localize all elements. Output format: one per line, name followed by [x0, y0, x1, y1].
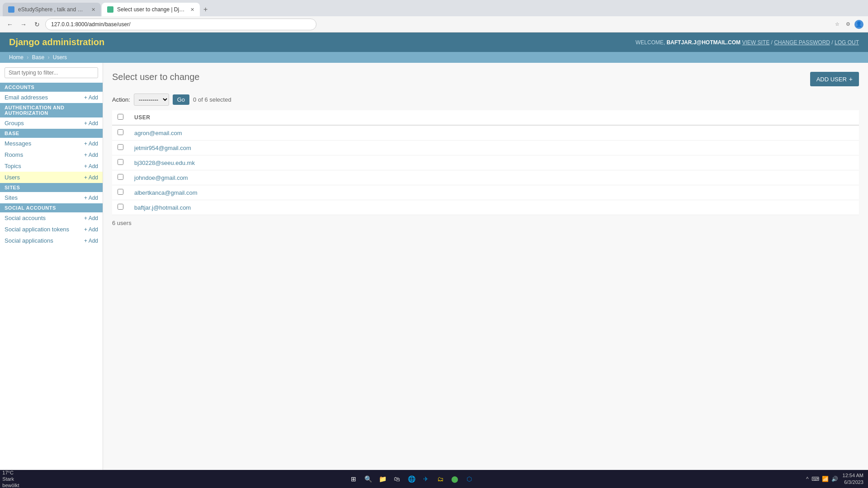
profile-icon[interactable]: 👤 [854, 20, 863, 29]
social-apps-add[interactable]: + Add [84, 238, 98, 244]
tab-estudy-close[interactable]: ✕ [91, 7, 95, 13]
file-explorer-button[interactable]: 📁 [376, 473, 389, 485]
table-row: bj30228@seeu.edu.mk [112, 155, 859, 170]
messages-link[interactable]: Messages [5, 140, 31, 147]
add-user-label: ADD USER [816, 76, 847, 83]
sidebar-item-rooms: Rooms + Add [0, 149, 103, 160]
user-checkbox-1[interactable] [118, 144, 123, 150]
email-addresses-add[interactable]: + Add [84, 94, 98, 101]
breadcrumb-home[interactable]: Home [9, 54, 24, 61]
sidebar-filter[interactable] [5, 67, 98, 78]
email-addresses-link[interactable]: Email addresses [5, 94, 48, 101]
edge-button[interactable]: 🌐 [405, 473, 418, 485]
page-header: Select user to change ADD USER + [112, 72, 859, 86]
nav-icons-right: ☆ ⚙ 👤 [833, 20, 863, 29]
reload-button[interactable]: ↻ [32, 19, 42, 30]
address-bar[interactable]: 127.0.0.1:8000/admin/base/user/ [45, 19, 316, 30]
weather-desc: Stark bewölkt [2, 476, 19, 488]
select-all-checkbox[interactable] [118, 114, 123, 120]
sidebar-item-email-addresses: Email addresses + Add [0, 92, 103, 103]
new-tab-button[interactable]: + [201, 5, 210, 14]
messages-add[interactable]: + Add [84, 141, 98, 147]
user-checkbox-5[interactable] [118, 204, 123, 210]
files-button[interactable]: 🗂 [434, 473, 447, 485]
table-row: johndoe@gmail.com [112, 170, 859, 185]
chrome-button[interactable]: ⬤ [448, 473, 461, 485]
sites-link[interactable]: Sites [5, 194, 18, 201]
tab-estudy-label: eStudySphere , talk and ask abo... [18, 6, 86, 13]
weather-widget: 17°C Stark bewölkt [5, 473, 17, 485]
user-table: USER agron@email.com jetmir954@gmail.com… [112, 110, 859, 215]
sidebar-item-topics: Topics + Add [0, 160, 103, 172]
user-link-1[interactable]: jetmir954@gmail.com [134, 145, 191, 151]
taskbar-left: 17°C Stark bewölkt [5, 473, 17, 485]
sidebar-item-social-accounts: Social accounts + Add [0, 212, 103, 224]
groups-add[interactable]: + Add [84, 120, 98, 127]
back-button[interactable]: ← [5, 19, 15, 30]
search-button[interactable]: 🔍 [362, 473, 374, 485]
address-text: 127.0.0.1:8000/admin/base/user/ [51, 21, 130, 28]
windows-button[interactable]: ⊞ [347, 473, 360, 485]
user-link-2[interactable]: bj30228@seeu.edu.mk [134, 160, 195, 166]
users-link[interactable]: Users [5, 174, 20, 181]
rooms-link[interactable]: Rooms [5, 151, 23, 158]
social-tokens-link[interactable]: Social application tokens [5, 226, 69, 233]
topics-link[interactable]: Topics [5, 163, 21, 169]
tab-estudysphere[interactable]: eStudySphere , talk and ask abo... ✕ [3, 3, 101, 16]
extension-icon[interactable]: ⚙ [844, 20, 853, 29]
sidebar-item-users: Users + Add [0, 172, 103, 183]
groups-link[interactable]: Groups [5, 120, 24, 127]
tray-arrow[interactable]: ^ [806, 476, 809, 482]
breadcrumb: Home › Base › Users [0, 52, 868, 63]
user-link-4[interactable]: albertkanca@gmail.com [134, 189, 198, 196]
action-select[interactable]: ---------- [134, 94, 169, 106]
estudy-favicon [8, 6, 14, 13]
logout-link[interactable]: LOG OUT [835, 39, 859, 46]
tab-django-close[interactable]: ✕ [190, 7, 194, 13]
telegram-button[interactable]: ✈ [420, 473, 432, 485]
django-admin: Django administration WELCOME, BAFTJAR.J… [0, 33, 868, 488]
table-row: albertkanca@gmail.com [112, 185, 859, 200]
breadcrumb-base[interactable]: Base [32, 54, 44, 61]
add-user-button[interactable]: ADD USER + [810, 72, 859, 86]
user-link-0[interactable]: agron@email.com [134, 130, 182, 136]
view-site-link[interactable]: VIEW SITE [742, 39, 769, 46]
browser-tabs: eStudySphere , talk and ask abo... ✕ Sel… [0, 0, 868, 16]
admin-user-info: WELCOME, BAFTJAR.J@HOTMAIL.COM VIEW SITE… [636, 39, 859, 46]
admin-title: Django administration [9, 37, 104, 47]
user-checkbox-4[interactable] [118, 189, 123, 195]
user-checkbox-2[interactable] [118, 159, 123, 165]
change-password-link[interactable]: CHANGE PASSWORD [774, 39, 830, 46]
store-button[interactable]: 🛍 [391, 473, 403, 485]
sidebar-section-auth: AUTHENTICATION AND AUTHORIZATION [0, 103, 103, 117]
row-count: 6 users [112, 220, 859, 226]
forward-button[interactable]: → [18, 19, 29, 30]
sidebar-section-sites: SITES [0, 183, 103, 192]
sites-add[interactable]: + Add [84, 195, 98, 201]
user-link-3[interactable]: johndoe@gmail.com [134, 174, 188, 181]
rooms-add[interactable]: + Add [84, 152, 98, 158]
go-button[interactable]: Go [173, 94, 189, 105]
user-checkbox-3[interactable] [118, 174, 123, 180]
social-accounts-link[interactable]: Social accounts [5, 215, 46, 221]
taskbar-right: ^ ⌨ 📶 🔊 12:54 AM 6/3/2023 [806, 472, 863, 486]
time-display: 12:54 AM 6/3/2023 [843, 472, 863, 486]
clock-time: 12:54 AM [843, 472, 863, 479]
vscode-button[interactable]: ⬡ [463, 473, 476, 485]
sidebar-filter-input[interactable] [5, 67, 98, 78]
user-link-5[interactable]: baftjar.j@hotmail.com [134, 204, 191, 211]
social-accounts-add[interactable]: + Add [84, 215, 98, 221]
tab-django[interactable]: Select user to change | Django s... ✕ [102, 3, 200, 16]
user-checkbox-0[interactable] [118, 129, 123, 135]
bookmark-icon[interactable]: ☆ [833, 20, 842, 29]
social-tokens-add[interactable]: + Add [84, 226, 98, 233]
users-add[interactable]: + Add [84, 174, 98, 181]
taskbar-center: ⊞ 🔍 📁 🛍 🌐 ✈ 🗂 ⬤ ⬡ [347, 473, 476, 485]
page-title: Select user to change [112, 72, 199, 82]
action-bar: Action: ---------- Go 0 of 6 selected [112, 94, 859, 106]
topics-add[interactable]: + Add [84, 163, 98, 169]
sidebar-section-base: BASE [0, 129, 103, 138]
selected-count: 0 of 6 selected [193, 96, 231, 103]
social-apps-link[interactable]: Social applications [5, 237, 53, 244]
browser-nav: ← → ↻ 127.0.0.1:8000/admin/base/user/ ☆ … [0, 16, 868, 33]
